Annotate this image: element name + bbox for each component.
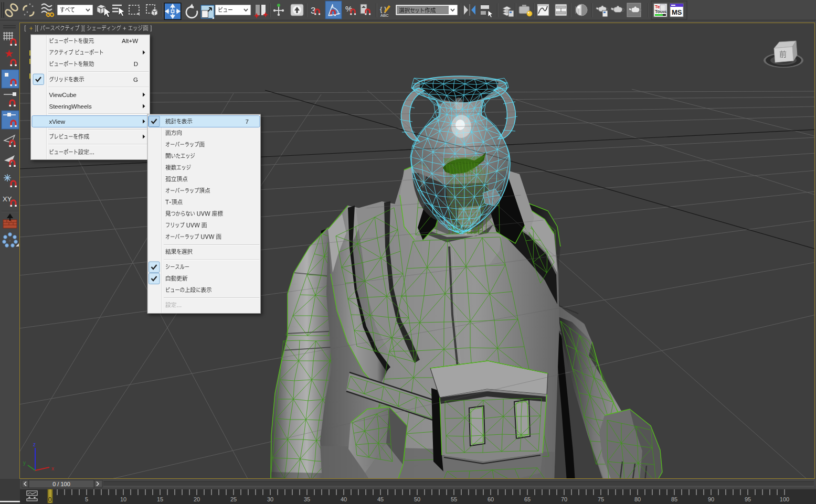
svg-text:35: 35	[304, 496, 310, 502]
svg-text:70: 70	[561, 496, 567, 502]
svg-text:100: 100	[780, 496, 789, 502]
svg-text:30: 30	[267, 496, 273, 502]
svg-text:ViewCube: ViewCube	[49, 92, 77, 98]
svg-text:60: 60	[488, 496, 494, 502]
svg-text:5: 5	[85, 496, 88, 502]
svg-text:95: 95	[745, 496, 751, 502]
svg-text:0: 0	[48, 496, 52, 503]
svg-text:10: 10	[120, 496, 126, 502]
svg-text:45: 45	[377, 496, 384, 502]
svg-text:Alt+W: Alt+W	[122, 38, 138, 44]
svg-text:50: 50	[414, 496, 420, 502]
svg-text:25: 25	[230, 496, 237, 502]
svg-text:15: 15	[157, 496, 163, 502]
svg-text:80: 80	[634, 496, 641, 502]
svg-text:85: 85	[671, 496, 677, 502]
svg-text:65: 65	[524, 496, 531, 502]
svg-text:7: 7	[246, 119, 249, 125]
svg-text:D: D	[134, 61, 138, 67]
svg-text:90: 90	[708, 496, 714, 502]
svg-text:SteeringWheels: SteeringWheels	[49, 103, 92, 110]
svg-text:xView: xView	[49, 119, 66, 125]
svg-text:G: G	[133, 77, 138, 83]
svg-text:20: 20	[194, 496, 200, 502]
svg-text:55: 55	[451, 496, 457, 502]
svg-text:75: 75	[598, 496, 604, 502]
svg-text:0 / 100: 0 / 100	[52, 481, 70, 487]
svg-text:40: 40	[341, 496, 347, 502]
